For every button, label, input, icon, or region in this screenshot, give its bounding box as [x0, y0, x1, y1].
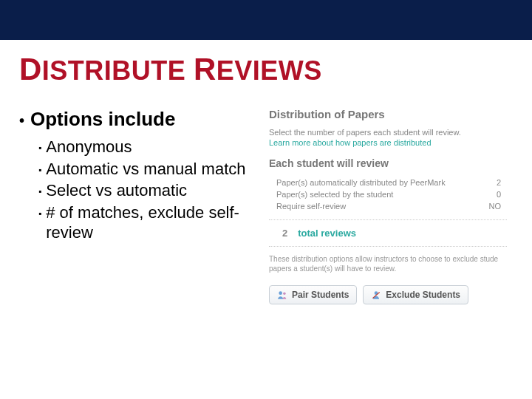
pair-students-button[interactable]: Pair Students: [269, 285, 357, 304]
subitem-text: Anonymous: [46, 137, 263, 157]
svg-point-0: [279, 291, 282, 295]
panel-row-label: Paper(s) automatically distributed by Pe…: [276, 178, 446, 187]
bullet-square-icon: ▪: [38, 165, 41, 180]
panel-row-value: 2: [497, 178, 507, 187]
title-istribute: ISTRIBUTE: [42, 55, 186, 86]
options-sublist: ▪ Anonymous ▪ Automatic vs manual match …: [19, 137, 263, 243]
exclude-students-button[interactable]: Exclude Students: [363, 285, 468, 304]
panel-row-label: Require self-review: [276, 202, 346, 211]
panel-row-value: 0: [497, 190, 507, 199]
total-row: 2 total reviews: [269, 228, 507, 239]
subitem: ▪ Automatic vs manual match: [38, 159, 263, 180]
dashed-separator: [269, 246, 507, 247]
bullet-square-icon: ▪: [38, 143, 41, 157]
exclude-button-label: Exclude Students: [386, 290, 460, 300]
bullet-dot-icon: •: [19, 112, 24, 129]
panel-row-value: NO: [489, 202, 508, 211]
panel-row: Paper(s) selected by the student 0: [269, 188, 507, 200]
dashed-separator: [269, 219, 507, 220]
panel-row: Paper(s) automatically distributed by Pe…: [269, 177, 507, 188]
panel-title: Distribution of Papers: [269, 108, 507, 120]
bullet-square-icon: ▪: [38, 186, 41, 201]
exclude-icon: [371, 290, 381, 300]
left-column: • Options include ▪ Anonymous ▪ Automati…: [19, 108, 263, 304]
title-eviews: EVIEWS: [216, 55, 322, 86]
title-cap-r: R: [194, 52, 216, 86]
slide-body: DISTRIBUTE REVIEWS • Options include ▪ A…: [0, 40, 532, 304]
panel-row-label: Paper(s) selected by the student: [276, 190, 393, 199]
subitem: ▪ Anonymous: [38, 137, 263, 157]
subitem: ▪ # of matches, exclude self-review: [38, 202, 263, 243]
bullet-square-icon: ▪: [38, 208, 41, 243]
subitem-text: Select vs automatic: [46, 180, 263, 201]
panel-footnote: These distribution options allow instruc…: [269, 254, 507, 273]
slide-title: DISTRIBUTE REVIEWS: [19, 52, 513, 87]
panel-learn-more-link[interactable]: Learn more about how papers are distribu…: [269, 138, 507, 147]
top-bar: [0, 0, 532, 40]
total-label: total reviews: [298, 228, 356, 239]
subitem-text: # of matches, exclude self-review: [46, 202, 263, 243]
total-number: 2: [282, 228, 287, 239]
pair-icon: [277, 290, 287, 300]
right-panel: Distribution of Papers Select the number…: [263, 108, 507, 304]
options-heading-text: Options include: [30, 108, 175, 131]
button-row: Pair Students Exclude Students: [269, 285, 507, 304]
pair-button-label: Pair Students: [292, 290, 349, 300]
subitem: ▪ Select vs automatic: [38, 180, 263, 201]
title-cap-d: D: [19, 52, 42, 86]
svg-point-1: [283, 293, 286, 296]
options-heading: • Options include: [19, 108, 263, 131]
panel-sub: Select the number of papers each student…: [269, 128, 507, 137]
panel-row: Require self-review NO: [269, 200, 507, 212]
panel-section-heading: Each student will review: [269, 157, 507, 169]
subitem-text: Automatic vs manual match: [46, 159, 263, 180]
